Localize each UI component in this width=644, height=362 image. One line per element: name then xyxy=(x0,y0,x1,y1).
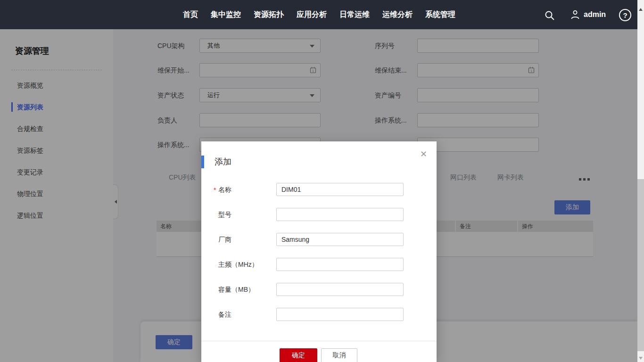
dialog-field-vendor: 厂商 xyxy=(201,233,437,246)
scroll-down-icon[interactable] xyxy=(639,357,643,360)
scroll-up-icon[interactable] xyxy=(639,8,643,11)
dialog-field-name: 名称 xyxy=(201,183,437,196)
help-icon[interactable]: ? xyxy=(619,9,631,21)
dialog-field-model: 型号 xyxy=(201,208,437,221)
capacity-input-wrap xyxy=(276,283,404,296)
menu-item-ops-analysis[interactable]: 运维分析 xyxy=(382,10,413,20)
dialog-title-accent-bar xyxy=(201,156,204,168)
name-input-wrap xyxy=(276,183,404,196)
field-label-vendor: 厂商 xyxy=(218,233,231,246)
menu-item-monitoring[interactable]: 集中监控 xyxy=(211,10,241,20)
menu-item-home[interactable]: 首页 xyxy=(183,10,198,20)
search-icon[interactable] xyxy=(544,10,555,21)
scrollbar-thumb[interactable] xyxy=(637,179,644,351)
menu-item-topology[interactable]: 资源拓扑 xyxy=(254,10,284,20)
dialog-field-frequency: 主频（MHz） xyxy=(201,258,437,271)
frequency-input-wrap xyxy=(276,258,404,271)
model-input-wrap xyxy=(276,208,404,221)
page: 首页 集中监控 资源拓扑 应用分析 日常运维 运维分析 系统管理 admin ?… xyxy=(0,0,644,362)
frequency-input[interactable] xyxy=(277,258,403,271)
capacity-input[interactable] xyxy=(277,283,403,296)
menu-item-daily-ops[interactable]: 日常运维 xyxy=(339,10,370,20)
field-label-frequency: 主频（MHz） xyxy=(218,258,258,271)
remark-input-wrap xyxy=(276,308,404,321)
field-label-capacity: 容量（MB） xyxy=(218,283,255,296)
dialog-cancel-button[interactable]: 取消 xyxy=(321,348,357,362)
vendor-input[interactable] xyxy=(277,233,403,246)
user-icon xyxy=(570,9,580,20)
close-icon[interactable]: ✕ xyxy=(420,150,427,158)
dialog-field-capacity: 容量（MB） xyxy=(201,283,437,296)
add-dialog: 添加 ✕ 名称 型号 厂商 主频（MHz） 容量（MB） xyxy=(201,141,437,362)
remark-input[interactable] xyxy=(277,308,403,321)
top-navbar: 首页 集中监控 资源拓扑 应用分析 日常运维 运维分析 系统管理 admin ? xyxy=(0,0,637,29)
field-label-name: 名称 xyxy=(218,183,231,196)
main-menu: 首页 集中监控 资源拓扑 应用分析 日常运维 运维分析 系统管理 xyxy=(183,0,455,29)
name-input[interactable] xyxy=(277,183,403,196)
username-label: admin xyxy=(584,10,606,19)
field-label-remark: 备注 xyxy=(218,308,231,321)
dialog-ok-button[interactable]: 确定 xyxy=(280,348,317,362)
user-menu[interactable]: admin xyxy=(570,9,606,20)
dialog-footer: 确定 取消 xyxy=(201,341,437,362)
vertical-scrollbar[interactable] xyxy=(637,0,644,362)
menu-item-app-analysis[interactable]: 应用分析 xyxy=(297,10,327,20)
dialog-field-remark: 备注 xyxy=(201,308,437,321)
vendor-input-wrap xyxy=(276,233,404,246)
dialog-title: 添加 xyxy=(215,156,231,168)
menu-item-system-mgmt[interactable]: 系统管理 xyxy=(425,10,455,20)
model-input[interactable] xyxy=(277,208,403,221)
field-label-model: 型号 xyxy=(218,208,231,221)
